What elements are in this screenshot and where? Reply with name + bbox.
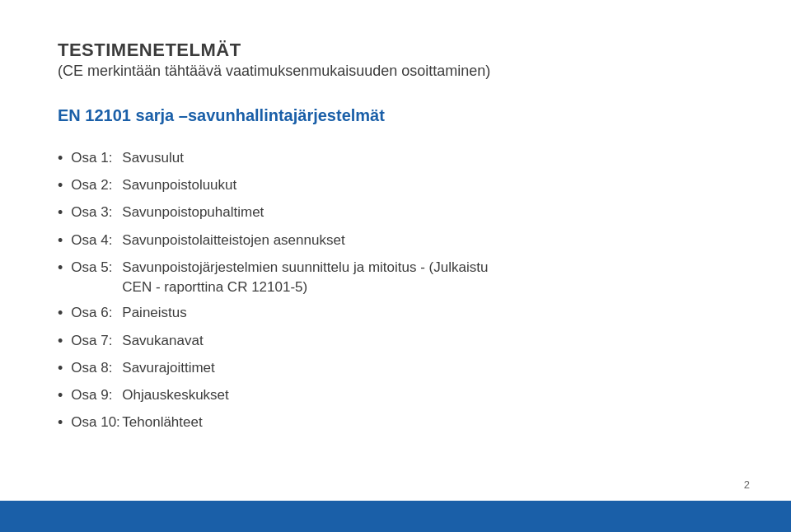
- title-line1: TESTIMENETELMÄT: [58, 40, 733, 61]
- item-text: Savunpoistolaitteistojen asennukset: [122, 231, 733, 250]
- list-item: Osa 9:Ohjauskeskukset: [58, 385, 733, 406]
- list-section: Osa 1:SavusulutOsa 2:SavunpoistoluukutOs…: [58, 148, 733, 433]
- page-number: 2: [744, 478, 750, 491]
- item-label: Osa 10:: [71, 413, 122, 432]
- list-item: Osa 6:Paineistus: [58, 303, 733, 324]
- item-text: Paineistus: [122, 303, 733, 323]
- title-line2: (CE merkintään tähtäävä vaatimuksenmukai…: [58, 63, 733, 80]
- list-item: Osa 10:Tehonlähteet: [58, 413, 733, 433]
- main-content: TESTIMENETELMÄT (CE merkintään tähtäävä …: [0, 0, 791, 473]
- item-label: Osa 8:: [71, 358, 122, 378]
- item-text: Savurajoittimet: [122, 358, 733, 378]
- item-text: Savunpoistopuhaltimet: [122, 203, 733, 222]
- list-item: Osa 1:Savusulut: [58, 148, 733, 169]
- item-text: Ohjauskeskukset: [122, 385, 733, 405]
- list-item: Osa 4:Savunpoistolaitteistojen asennukse…: [58, 231, 733, 251]
- list-item: Osa 7:Savukanavat: [58, 331, 733, 352]
- item-label: Osa 2:: [71, 175, 122, 195]
- list-item: Osa 8:Savurajoittimet: [58, 358, 733, 379]
- item-label: Osa 9:: [71, 385, 122, 405]
- bottom-bar: [0, 501, 791, 532]
- subtitle: EN 12101 sarja –savunhallintajärjestelmä…: [58, 106, 733, 125]
- item-label: Osa 3:: [71, 203, 122, 222]
- list-item: Osa 2:Savunpoistoluukut: [58, 175, 733, 196]
- item-text: Savunpoistojärjestelmien suunnittelu ja …: [122, 258, 733, 297]
- item-text: Tehonlähteet: [122, 413, 733, 432]
- item-text: Savukanavat: [122, 331, 733, 351]
- item-label: Osa 1:: [71, 148, 122, 168]
- list-item: Osa 3:Savunpoistopuhaltimet: [58, 203, 733, 223]
- title-section: TESTIMENETELMÄT (CE merkintään tähtäävä …: [58, 40, 733, 80]
- item-label: Osa 4:: [71, 231, 122, 250]
- item-label: Osa 6:: [71, 303, 122, 323]
- list-item: Osa 5:Savunpoistojärjestelmien suunnitte…: [58, 258, 733, 297]
- item-label: Osa 5:: [71, 258, 122, 278]
- item-text: Savusulut: [122, 148, 733, 168]
- item-text: Savunpoistoluukut: [122, 175, 733, 195]
- item-label: Osa 7:: [71, 331, 122, 351]
